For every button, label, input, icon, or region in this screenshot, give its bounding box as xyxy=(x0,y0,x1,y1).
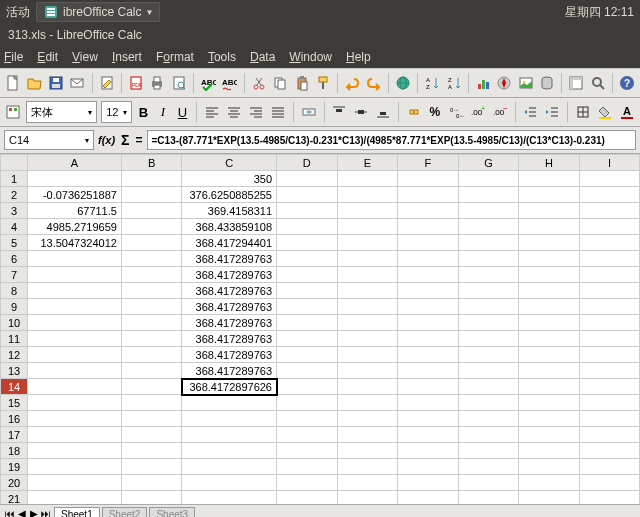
formula-input[interactable]: =C13-(87.771*EXP(13.5-4985/C13)-0.231*C1… xyxy=(147,130,636,150)
chart-button[interactable] xyxy=(474,72,492,94)
cell[interactable] xyxy=(458,187,519,203)
cell[interactable] xyxy=(519,347,580,363)
cell[interactable] xyxy=(337,491,398,505)
font-size-select[interactable]: 12 ▾ xyxy=(101,101,131,123)
merge-button[interactable] xyxy=(300,101,318,123)
cell[interactable] xyxy=(28,315,122,331)
cell[interactable] xyxy=(277,235,338,251)
cell[interactable] xyxy=(121,187,182,203)
percent-button[interactable]: % xyxy=(427,101,443,123)
cell[interactable] xyxy=(458,491,519,505)
column-header[interactable]: I xyxy=(579,155,639,171)
align-right-button[interactable] xyxy=(247,101,265,123)
cell[interactable] xyxy=(519,283,580,299)
cell[interactable] xyxy=(398,267,458,283)
sort-asc-button[interactable]: AZ xyxy=(423,72,441,94)
menu-format[interactable]: Format xyxy=(156,50,194,64)
cell[interactable] xyxy=(121,315,182,331)
clock-area[interactable]: 星期四 12:11 xyxy=(565,4,634,21)
cell[interactable] xyxy=(398,315,458,331)
cell[interactable] xyxy=(277,475,338,491)
cell[interactable] xyxy=(28,283,122,299)
sheet-tab-3[interactable]: Sheet3 xyxy=(149,507,195,518)
cell[interactable]: 368.417289763 xyxy=(182,315,277,331)
cell[interactable] xyxy=(337,379,398,395)
cell[interactable] xyxy=(579,331,639,347)
row-header[interactable]: 8 xyxy=(1,283,28,299)
cell[interactable] xyxy=(519,411,580,427)
cell[interactable] xyxy=(519,251,580,267)
cell[interactable] xyxy=(182,395,277,411)
cell[interactable] xyxy=(458,379,519,395)
cell[interactable]: 369.4158311 xyxy=(182,203,277,219)
cell[interactable] xyxy=(277,331,338,347)
cell[interactable] xyxy=(121,267,182,283)
cell[interactable] xyxy=(519,491,580,505)
cell[interactable] xyxy=(579,379,639,395)
cell[interactable] xyxy=(337,427,398,443)
cell[interactable] xyxy=(277,363,338,379)
cell[interactable] xyxy=(337,203,398,219)
app-menu[interactable]: ibreOffice Calc ▼ xyxy=(36,2,160,22)
bgcolor-button[interactable] xyxy=(596,101,614,123)
cell[interactable] xyxy=(458,219,519,235)
cell[interactable] xyxy=(458,443,519,459)
cell[interactable] xyxy=(519,331,580,347)
cell[interactable] xyxy=(519,171,580,187)
cell[interactable] xyxy=(519,267,580,283)
cell[interactable] xyxy=(337,283,398,299)
cell[interactable] xyxy=(28,267,122,283)
cell[interactable] xyxy=(458,251,519,267)
menu-edit[interactable]: Edit xyxy=(37,50,58,64)
row-header[interactable]: 1 xyxy=(1,171,28,187)
borders-button[interactable] xyxy=(574,101,592,123)
font-name-select[interactable]: 宋体 ▾ xyxy=(26,101,97,123)
new-button[interactable] xyxy=(4,72,22,94)
cell[interactable] xyxy=(182,427,277,443)
row-header[interactable]: 18 xyxy=(1,443,28,459)
row-header[interactable]: 12 xyxy=(1,347,28,363)
valign-bot-button[interactable] xyxy=(374,101,392,123)
cell[interactable] xyxy=(398,283,458,299)
cell[interactable]: 368.417289763 xyxy=(182,347,277,363)
cell[interactable] xyxy=(121,379,182,395)
cell[interactable] xyxy=(121,331,182,347)
cell[interactable] xyxy=(398,235,458,251)
menu-view[interactable]: View xyxy=(72,50,98,64)
cell[interactable] xyxy=(398,219,458,235)
column-header[interactable]: C xyxy=(182,155,277,171)
cell[interactable] xyxy=(519,459,580,475)
cell[interactable] xyxy=(277,251,338,267)
cell[interactable] xyxy=(398,411,458,427)
cell[interactable] xyxy=(398,363,458,379)
cell[interactable] xyxy=(28,443,122,459)
cell[interactable] xyxy=(277,379,338,395)
cell[interactable] xyxy=(337,235,398,251)
cell[interactable] xyxy=(398,203,458,219)
navigator-button[interactable] xyxy=(495,72,513,94)
headers-button[interactable] xyxy=(567,72,585,94)
cell[interactable] xyxy=(337,363,398,379)
row-header[interactable]: 16 xyxy=(1,411,28,427)
cell[interactable]: 368.4172897626 xyxy=(182,379,277,395)
cell[interactable] xyxy=(519,203,580,219)
equals-button[interactable]: = xyxy=(136,133,143,147)
cell[interactable] xyxy=(121,283,182,299)
align-left-button[interactable] xyxy=(203,101,221,123)
del-decimal-button[interactable]: .00− xyxy=(491,101,509,123)
cell[interactable] xyxy=(458,203,519,219)
align-center-button[interactable] xyxy=(225,101,243,123)
row-header[interactable]: 6 xyxy=(1,251,28,267)
cell[interactable] xyxy=(579,459,639,475)
cell[interactable] xyxy=(337,331,398,347)
row-header[interactable]: 20 xyxy=(1,475,28,491)
cell[interactable] xyxy=(398,459,458,475)
cell[interactable] xyxy=(398,331,458,347)
sort-desc-button[interactable]: ZA xyxy=(444,72,462,94)
row-header[interactable]: 15 xyxy=(1,395,28,411)
align-justify-button[interactable] xyxy=(269,101,287,123)
cell[interactable] xyxy=(277,283,338,299)
cell[interactable] xyxy=(337,219,398,235)
edit-file-button[interactable] xyxy=(98,72,116,94)
sheet-tab-2[interactable]: Sheet2 xyxy=(102,507,148,518)
